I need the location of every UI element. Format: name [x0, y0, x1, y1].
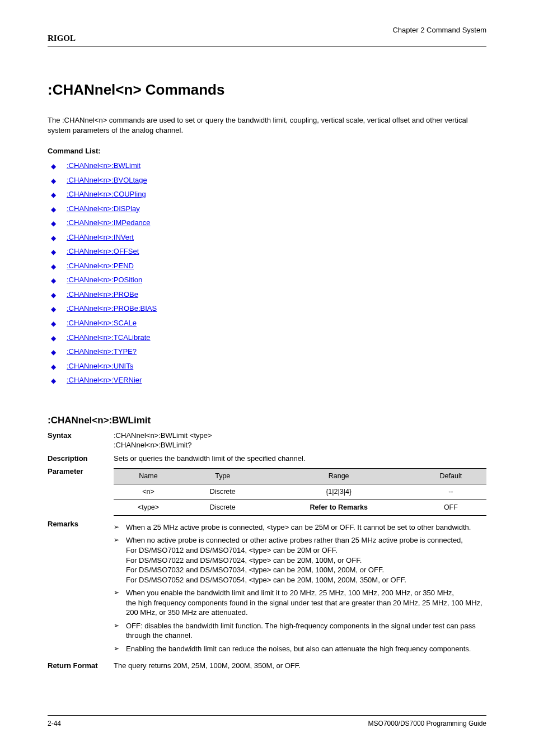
remark-text: When a 25 MHz active probe is connected,… — [126, 523, 471, 531]
remark-subnote: For DS/MSO7032 and DS/MSO7034, <type> ca… — [126, 565, 486, 575]
remark-subnote: For DS/MSO7052 and DS/MSO7054, <type> ca… — [126, 575, 486, 585]
list-item: ◆:CHANnel<n>:PROBe — [51, 290, 486, 300]
command-link[interactable]: :CHANnel<n>:TCALibrate — [67, 333, 151, 342]
diamond-icon: ◆ — [51, 348, 57, 353]
remark-item: ➢When a 25 MHz active probe is connected… — [114, 522, 486, 533]
remark-subnote: the high frequency components found in t… — [126, 598, 486, 618]
command-link[interactable]: :CHANnel<n>:PROBe:BIAS — [67, 304, 157, 312]
list-item: ◆:CHANnel<n>:DISPlay — [51, 204, 486, 214]
cell: Refer to Remarks — [262, 500, 415, 516]
syntax-label: Syntax — [48, 431, 114, 450]
diamond-icon: ◆ — [51, 234, 57, 239]
cell: <n> — [114, 484, 183, 500]
command-link[interactable]: :CHANnel<n>:PEND — [67, 262, 134, 270]
remark-subnote: For DS/MSO7012 and DS/MSO7014, <type> ca… — [126, 545, 486, 556]
cell: -- — [415, 484, 486, 500]
diamond-icon: ◆ — [51, 176, 57, 182]
diamond-icon: ◆ — [51, 305, 57, 310]
command-link[interactable]: :CHANnel<n>:DISPlay — [67, 204, 140, 213]
command-link-list: ◆:CHANnel<n>:BWLimit ◆:CHANnel<n>:BVOLta… — [48, 161, 486, 385]
diamond-icon: ◆ — [51, 262, 57, 268]
page-number: 2-44 — [48, 719, 61, 728]
chapter-label: Chapter 2 Command System — [392, 25, 486, 35]
diamond-icon: ◆ — [51, 205, 57, 211]
diamond-icon: ◆ — [51, 291, 57, 296]
list-item: ◆:CHANnel<n>:TCALibrate — [51, 333, 486, 343]
diamond-icon: ◆ — [51, 162, 57, 167]
remark-item: ➢Enabling the bandwidth limit can reduce… — [114, 644, 486, 654]
remark-item: ➢When you enable the bandwidth limit and… — [114, 588, 486, 618]
list-item: ◆:CHANnel<n>:INVert — [51, 232, 486, 242]
section-title: :CHANnel<n> Commands — [48, 80, 486, 100]
list-item: ◆:CHANnel<n>:PEND — [51, 261, 486, 271]
arrow-icon: ➢ — [114, 588, 119, 597]
footer-guide: MSO7000/DS7000 Programming Guide — [368, 719, 486, 728]
table-row: <type> Discrete Refer to Remarks OFF — [114, 500, 486, 516]
page-footer: 2-44 MSO7000/DS7000 Programming Guide — [48, 715, 486, 728]
section-intro: The :CHANnel<n> commands are used to set… — [48, 115, 486, 135]
diamond-icon: ◆ — [51, 376, 57, 382]
diamond-icon: ◆ — [51, 276, 57, 282]
diamond-icon: ◆ — [51, 319, 57, 325]
param-header-name: Name — [114, 469, 183, 484]
list-item: ◆:CHANnel<n>:COUPling — [51, 189, 486, 199]
param-header-type: Type — [183, 469, 262, 484]
remark-text: OFF: disables the bandwidth limit functi… — [126, 622, 476, 640]
arrow-icon: ➢ — [114, 644, 119, 653]
command-section-title: :CHANnel<n>:BWLimit — [48, 414, 486, 427]
list-item: ◆:CHANnel<n>:TYPE? — [51, 347, 486, 357]
syntax-line-2: :CHANnel<n>:BWLimit? — [114, 440, 486, 450]
list-item: ◆:CHANnel<n>:VERNier — [51, 375, 486, 385]
command-link[interactable]: :CHANnel<n>:POSition — [67, 276, 142, 284]
command-link[interactable]: :CHANnel<n>:COUPling — [67, 190, 146, 198]
cell: OFF — [415, 500, 486, 516]
command-link[interactable]: :CHANnel<n>:BVOLtage — [67, 176, 147, 184]
list-item: ◆:CHANnel<n>:BWLimit — [51, 161, 486, 171]
syntax-line-1: :CHANnel<n>:BWLimit <type> — [114, 431, 486, 441]
command-link[interactable]: :CHANnel<n>:IMPedance — [67, 218, 151, 227]
remark-text: When you enable the bandwidth limit and … — [126, 589, 454, 597]
command-link[interactable]: :CHANnel<n>:UNITs — [67, 362, 133, 370]
description-label: Description — [48, 454, 114, 464]
command-link[interactable]: :CHANnel<n>:PROBe — [67, 290, 138, 298]
parameter-table: Name Type Range Default <n> Discrete {1|… — [114, 468, 486, 516]
command-link[interactable]: :CHANnel<n>:VERNier — [67, 376, 142, 384]
command-link[interactable]: :CHANnel<n>:SCALe — [67, 319, 137, 327]
cell: <type> — [114, 500, 183, 516]
cell: Discrete — [183, 500, 262, 516]
list-item: ◆:CHANnel<n>:PROBe:BIAS — [51, 304, 486, 314]
table-row: <n> Discrete {1|2|3|4} -- — [114, 484, 486, 500]
list-item: ◆:CHANnel<n>:UNITs — [51, 361, 486, 371]
cell: Discrete — [183, 484, 262, 500]
diamond-icon: ◆ — [51, 219, 57, 225]
remark-text: When no active probe is connected or oth… — [126, 536, 463, 544]
command-link[interactable]: :CHANnel<n>:INVert — [67, 233, 134, 241]
list-item: ◆:CHANnel<n>:OFFSet — [51, 246, 486, 256]
command-link[interactable]: :CHANnel<n>:OFFSet — [67, 247, 139, 255]
arrow-icon: ➢ — [114, 621, 119, 630]
param-header-default: Default — [415, 469, 486, 484]
remark-item: ➢When no active probe is connected or ot… — [114, 535, 486, 585]
command-link[interactable]: :CHANnel<n>:TYPE? — [67, 347, 137, 356]
return-format-body: The query returns 20M, 25M, 100M, 200M, … — [114, 661, 486, 671]
param-header-range: Range — [262, 469, 415, 484]
diamond-icon: ◆ — [51, 334, 57, 339]
cell: {1|2|3|4} — [262, 484, 415, 500]
description-body: Sets or queries the bandwidth limit of t… — [114, 454, 486, 464]
remark-item: ➢OFF: disables the bandwidth limit funct… — [114, 621, 486, 641]
parameter-label: Parameter — [48, 466, 114, 516]
diamond-icon: ◆ — [51, 248, 57, 253]
diamond-icon: ◆ — [51, 190, 57, 196]
command-link[interactable]: :CHANnel<n>:BWLimit — [67, 161, 140, 170]
arrow-icon: ➢ — [114, 522, 119, 531]
list-item: ◆:CHANnel<n>:SCALe — [51, 318, 486, 328]
list-item: ◆:CHANnel<n>:POSition — [51, 275, 486, 285]
remark-subnote: For DS/MSO7022 and DS/MSO7024, <type> ca… — [126, 556, 486, 566]
return-format-label: Return Format — [48, 661, 114, 671]
arrow-icon: ➢ — [114, 535, 119, 544]
list-item: ◆:CHANnel<n>:IMPedance — [51, 218, 486, 228]
diamond-icon: ◆ — [51, 362, 57, 368]
link-heading: Command List: — [48, 146, 486, 156]
remark-text: Enabling the bandwidth limit can reduce … — [126, 645, 471, 653]
list-item: ◆:CHANnel<n>:BVOLtage — [51, 175, 486, 185]
